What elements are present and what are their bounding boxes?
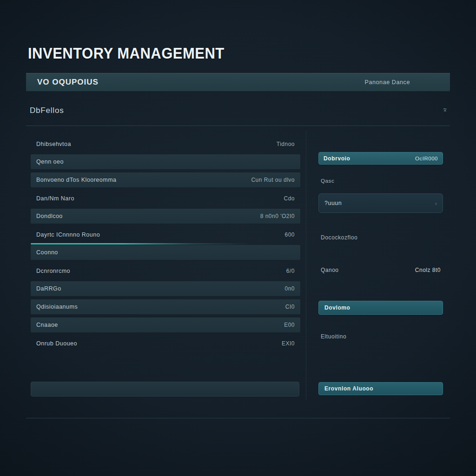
detail-header-value: OcIR000 — [415, 156, 438, 161]
row-label: Qdisioiaanums — [36, 304, 78, 310]
table-row[interactable]: Qenn oeo — [31, 154, 300, 170]
kv-value: Cnolz 8t0 — [415, 267, 441, 273]
row-label: Qenn oeo — [36, 159, 64, 165]
description-label: Docockozfloo — [321, 234, 357, 241]
section-row: DbFellos ∼⌃ — [30, 104, 447, 117]
row-value: EXI0 — [282, 340, 295, 347]
detail-header-label: Dobrvoio — [324, 155, 350, 162]
page-title: INVENTORY MANAGEMENT — [28, 45, 225, 63]
row-label: DaRRGo — [36, 285, 61, 292]
row-value: 8 n0n0 'O2I0 — [260, 213, 295, 219]
row-value: E00 — [284, 322, 295, 328]
row-label: Bonvoeno dTos Klooreomma — [36, 177, 117, 183]
subtitle-label: Eltuoitino — [321, 333, 346, 340]
table-row[interactable]: Onrub Duoueo EXI0 — [31, 336, 300, 351]
header-title: VO OQUPOIUS — [37, 78, 99, 87]
collapse-icon[interactable]: ∼⌃ — [443, 107, 447, 114]
detail-panel: Dobrvoio OcIR000 Qasc › Docockozfloo Qan… — [318, 152, 443, 165]
row-label: Coonno — [36, 249, 58, 256]
active-row-underline — [31, 243, 300, 245]
row-label: Dondlcoo — [36, 213, 63, 219]
row-label: Dhibsehvtoa — [36, 141, 71, 147]
detail-input[interactable] — [324, 200, 422, 206]
inventory-list: Dhibsehvtoa Tidnoo Qenn oeo Bonvoeno dTo… — [31, 136, 300, 354]
row-label: Dcnronrcmo — [36, 268, 70, 274]
table-row[interactable]: DaRRGo 0n0 — [31, 281, 300, 297]
field-label: Qasc — [321, 178, 334, 184]
row-value: 600 — [284, 231, 295, 238]
table-row[interactable]: Bonvoeno dTos Klooreomma Cun Rut ou dlvo — [31, 172, 300, 188]
left-footer-input[interactable] — [31, 382, 299, 397]
table-row[interactable]: Coonno — [31, 245, 300, 260]
row-value: Tidnoo — [277, 141, 295, 147]
header-right-label: Panonae Dance — [365, 79, 410, 86]
detail-input-wrap: › — [318, 193, 443, 213]
table-row[interactable]: Cnaaoe E00 — [31, 317, 300, 333]
row-label: Dayrtc ICnnnno Rouno — [36, 231, 100, 238]
kv-label: Qanoo — [321, 267, 339, 273]
row-value: CI0 — [285, 304, 295, 310]
table-row[interactable]: Dan/Nm Naro Cdo — [31, 191, 300, 206]
row-value: 6/0 — [286, 268, 295, 274]
detail-kv-row: Qanoo Cnolz 8t0 — [321, 267, 441, 273]
panel-divider — [306, 131, 306, 400]
table-row[interactable]: Dondlcoo 8 n0n0 'O2I0 — [31, 209, 300, 224]
secondary-action-button[interactable]: Erovnlon Aluooo — [318, 382, 443, 395]
primary-action-button[interactable]: Dovlomo — [318, 301, 443, 315]
chevron-right-icon[interactable]: › — [435, 200, 437, 207]
detail-header[interactable]: Dobrvoio OcIR000 — [318, 152, 443, 165]
content-panel: Dhibsehvtoa Tidnoo Qenn oeo Bonvoeno dTo… — [26, 126, 450, 418]
table-row[interactable]: Dhibsehvtoa Tidnoo — [31, 136, 300, 152]
row-value: 0n0 — [284, 285, 295, 292]
row-label: Dan/Nm Naro — [36, 195, 74, 202]
row-label: Cnaaoe — [36, 322, 58, 328]
table-row[interactable]: Qdisioiaanums CI0 — [31, 299, 300, 315]
row-value: Cun Rut ou dlvo — [251, 177, 295, 183]
table-row-active[interactable]: Dayrtc ICnnnno Rouno 600 — [31, 227, 300, 242]
row-value: Cdo — [284, 195, 295, 202]
row-label: Onrub Duoueo — [36, 340, 77, 347]
header-bar: VO OQUPOIUS Panonae Dance — [26, 73, 450, 92]
table-row[interactable]: Dcnronrcmo 6/0 — [31, 263, 300, 278]
section-title: DbFellos — [30, 106, 64, 115]
